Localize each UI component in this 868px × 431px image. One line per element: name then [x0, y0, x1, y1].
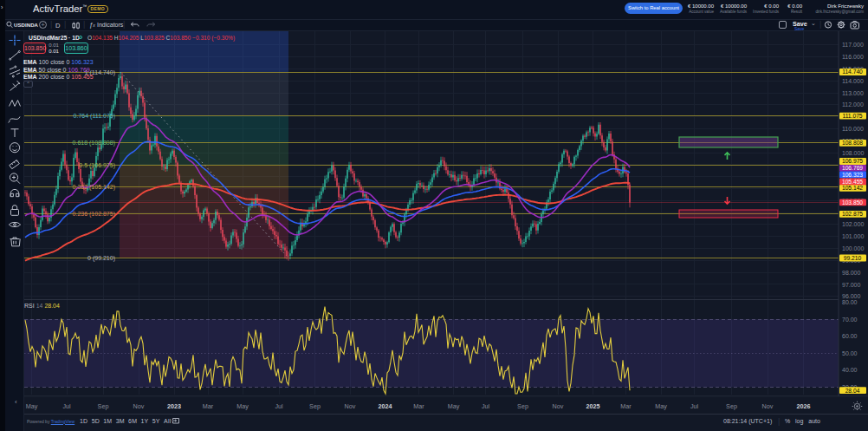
svg-text:98.000: 98.000	[842, 270, 861, 276]
svg-text:Jul: Jul	[482, 402, 490, 410]
svg-text:60.00: 60.00	[842, 333, 858, 339]
svg-text:Jul: Jul	[275, 402, 283, 410]
svg-text:113.000: 113.000	[842, 90, 864, 96]
svg-text:70.00: 70.00	[842, 317, 858, 323]
svg-text:40.00: 40.00	[842, 367, 858, 373]
svg-text:101.000: 101.000	[842, 233, 864, 239]
svg-text:103.850: 103.850	[842, 199, 863, 206]
svg-text:Nov: Nov	[762, 402, 774, 410]
svg-text:2023: 2023	[167, 402, 181, 410]
svg-text:100.000: 100.000	[842, 245, 864, 251]
svg-text:117.000: 117.000	[842, 42, 864, 48]
svg-text:114.740: 114.740	[842, 69, 863, 75]
svg-text:108.808: 108.808	[842, 140, 863, 146]
svg-text:97.000: 97.000	[842, 282, 861, 288]
svg-text:99.210: 99.210	[844, 255, 862, 261]
svg-text:Sep: Sep	[517, 402, 528, 410]
svg-text:Nov: Nov	[553, 402, 564, 410]
svg-text:116.000: 116.000	[842, 54, 864, 60]
svg-text:Mar: Mar	[413, 402, 424, 410]
svg-text:0.764 (111.075): 0.764 (111.075)	[74, 113, 115, 120]
svg-text:Nov: Nov	[133, 402, 145, 410]
svg-text:106.975: 106.975	[842, 158, 863, 164]
svg-text:102.875: 102.875	[842, 211, 863, 217]
svg-text:Sep: Sep	[98, 402, 109, 410]
svg-text:May: May	[655, 402, 667, 410]
svg-text:0.5 (106.975): 0.5 (106.975)	[79, 162, 115, 169]
svg-text:Mar: Mar	[620, 402, 632, 410]
svg-text:114.000: 114.000	[842, 78, 864, 84]
svg-text:Jul: Jul	[62, 402, 71, 410]
svg-text:50.00: 50.00	[842, 350, 858, 356]
svg-text:108.000: 108.000	[842, 150, 864, 156]
svg-text:80.00: 80.00	[842, 299, 858, 305]
svg-text:106.769: 106.769	[842, 165, 863, 171]
svg-text:Nov: Nov	[345, 402, 356, 410]
svg-text:102.000: 102.000	[842, 221, 864, 227]
svg-text:May: May	[236, 402, 249, 410]
svg-text:110.000: 110.000	[842, 126, 864, 132]
svg-text:106.323: 106.323	[842, 172, 863, 178]
svg-text:0.382 (105.142): 0.382 (105.142)	[73, 184, 115, 191]
svg-text:0.618 (108.808): 0.618 (108.808)	[73, 140, 115, 147]
svg-text:2026: 2026	[797, 402, 811, 410]
svg-text:Mar: Mar	[203, 402, 214, 410]
svg-text:May: May	[26, 402, 38, 410]
svg-text:112.000: 112.000	[842, 101, 864, 108]
svg-text:0 (99.210): 0 (99.210)	[87, 255, 115, 262]
svg-text:0.236 (102.875): 0.236 (102.875)	[73, 211, 115, 218]
svg-text:Sep: Sep	[309, 402, 321, 410]
svg-text:May: May	[448, 402, 460, 410]
svg-text:105.455: 105.455	[842, 179, 863, 185]
svg-text:28.04: 28.04	[845, 388, 860, 394]
svg-text:2024: 2024	[379, 402, 392, 410]
svg-text:Jul: Jul	[690, 402, 699, 410]
svg-text:111.075: 111.075	[842, 113, 862, 119]
svg-text:Sep: Sep	[726, 402, 737, 410]
svg-text:105.142: 105.142	[842, 185, 863, 191]
svg-text:2025: 2025	[586, 402, 600, 410]
